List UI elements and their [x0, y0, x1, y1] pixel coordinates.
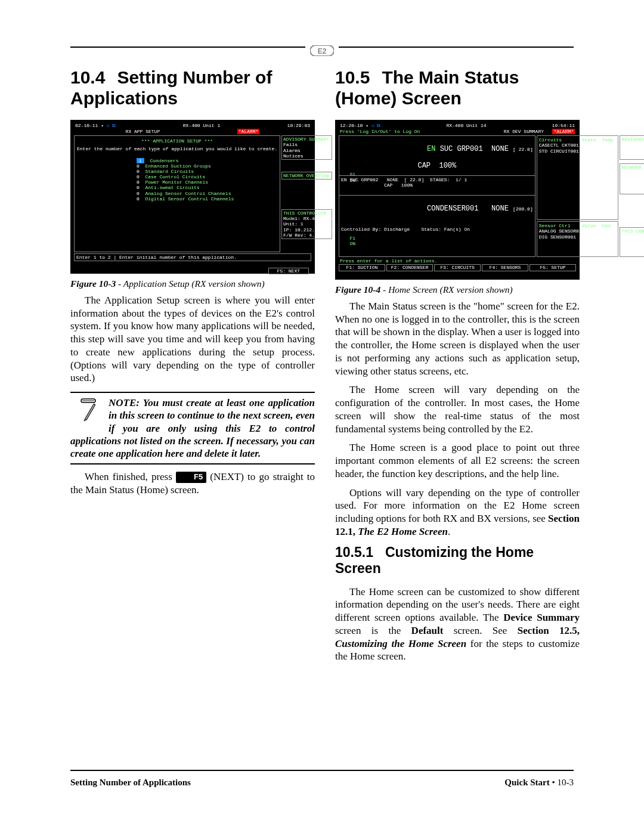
figure-10-3: 02-10-11 • ☺ ⧉ RX-400 Unit 1 10:29:03 RX… [70, 120, 315, 289]
note-text: NOTE: You must create at least one appli… [70, 397, 315, 460]
svg-text:E2: E2 [318, 47, 327, 55]
para-appsetup: The Application Setup screen is where yo… [70, 294, 315, 385]
figure-10-4: 12-20-10 • ☺ ⧉ RX-400 Unit 14 19:54:11 P… [335, 120, 580, 295]
note-icon [73, 397, 105, 424]
para-customize: The Home screen can be customized to sho… [335, 586, 580, 664]
para-home-2: The Home screen will vary depending on t… [335, 383, 580, 435]
page-footer: Setting Number of Applications Quick Sta… [70, 778, 574, 788]
figure-10-4-caption: Figure 10-4 - Home Screen (RX version sh… [335, 284, 580, 295]
heading-number: 10.5 [335, 67, 370, 88]
heading-number: 10.5.1 [335, 544, 373, 561]
header-logo: E2 [0, 45, 644, 58]
footer-right: Quick Start • 10-3 [504, 778, 574, 788]
para-home-1: The Main Status screen is the "home" scr… [335, 300, 580, 378]
section-heading-10-5: 10.5The Main Status (Home) Screen [335, 67, 580, 109]
para-f5: When finished, press F5 (NEXT) to go str… [70, 470, 315, 497]
note-box: NOTE: You must create at least one appli… [70, 392, 315, 465]
para-home-4: Options will vary depending on the type … [335, 487, 580, 538]
key-f5: F5 [176, 472, 206, 483]
para-home-3: The Home screen is a good place to point… [335, 441, 580, 480]
left-column: 10.4Setting Number of Applications 02-10… [70, 67, 315, 669]
figure-10-3-caption: Figure 10-3 - Application Setup (RX vers… [70, 278, 315, 289]
right-column: 10.5The Main Status (Home) Screen 12-20-… [335, 67, 580, 669]
heading-number: 10.4 [70, 67, 105, 88]
subsection-heading-10-5-1: 10.5.1Customizing the Home Screen [335, 544, 580, 577]
footer-left: Setting Number of Applications [70, 778, 191, 788]
section-heading-10-4: 10.4Setting Number of Applications [70, 67, 315, 109]
footer-rule [70, 770, 574, 771]
